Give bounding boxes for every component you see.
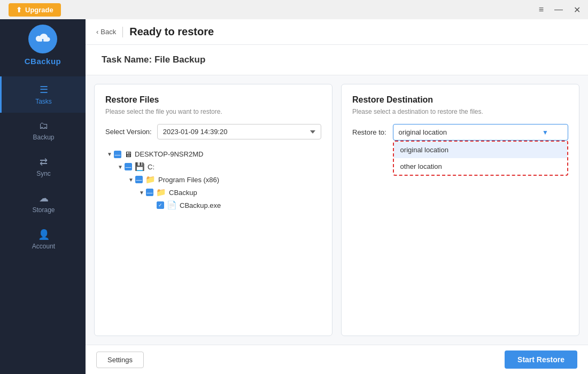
sidebar-item-backup[interactable]: 🗂 Backup: [0, 113, 86, 149]
app-container: CBackup ☰ Tasks 🗂 Backup ⇄ Sync ☁ Storag…: [0, 19, 588, 374]
upgrade-label: Upgrade: [25, 6, 53, 14]
close-button[interactable]: ✕: [570, 4, 584, 16]
restore-files-panel: Restore Files Please select the file you…: [94, 84, 332, 336]
main-content: ‹ Back Ready to restore Task Name: File …: [86, 19, 588, 374]
sidebar-nav: ☰ Tasks 🗂 Backup ⇄ Sync ☁ Storage 👤 Acco…: [0, 76, 86, 258]
logo-backup: Backup: [30, 57, 61, 66]
arrow-program-files: ▼: [127, 177, 135, 183]
back-button[interactable]: ‹ Back: [96, 28, 116, 36]
upgrade-button[interactable]: ⬆ Upgrade: [9, 3, 61, 17]
restore-destination-panel: Restore Destination Please select a dest…: [341, 84, 579, 336]
page-header: ‹ Back Ready to restore: [86, 19, 588, 45]
tree-item-c[interactable]: ▼ — 💾 C:: [105, 160, 321, 173]
restore-dropdown-wrapper: original location ▼ original location ot…: [393, 124, 568, 141]
tasks-icon: ☰: [40, 84, 48, 96]
version-row: Select Version: 2023-01-09 14:39:20: [105, 124, 321, 139]
panels-container: Restore Files Please select the file you…: [86, 75, 588, 345]
arrow-desktop: ▼: [105, 151, 114, 157]
sidebar-item-storage[interactable]: ☁ Storage: [0, 185, 86, 221]
arrow-c: ▼: [116, 164, 125, 170]
task-name-bar: Task Name: File Backup: [86, 45, 588, 75]
page-title: Ready to restore: [129, 26, 214, 38]
bottom-bar: Settings Start Restore: [86, 345, 588, 374]
restore-dropdown-button[interactable]: original location ▼: [393, 124, 568, 141]
header-divider: [122, 27, 123, 37]
sidebar-item-sync[interactable]: ⇄ Sync: [0, 149, 86, 185]
sync-icon: ⇄: [40, 156, 48, 168]
backup-label: Backup: [33, 134, 54, 141]
tree-item-program-files[interactable]: ▼ — 📁 Program Files (x86): [105, 173, 321, 186]
back-label: Back: [100, 28, 116, 36]
tasks-label: Tasks: [35, 98, 52, 105]
task-name-prefix: Task Name:: [102, 54, 154, 65]
account-label: Account: [32, 243, 55, 250]
logo-c: C: [25, 57, 30, 66]
sidebar-item-account[interactable]: 👤 Account: [0, 221, 86, 258]
restore-dropdown-menu: original location other location: [393, 141, 568, 176]
minimize-button[interactable]: —: [551, 4, 566, 16]
checkbox-program-files[interactable]: —: [135, 176, 143, 183]
backup-icon: 🗂: [39, 120, 49, 131]
file-tree: ▼ — 🖥 DESKTOP-9NSR2MD ▼ — 💾 C:: [105, 148, 321, 325]
dropdown-option-other[interactable]: other location: [394, 158, 567, 175]
restore-to-row: Restore to: original location ▼ original…: [352, 124, 568, 141]
icon-cbackup-folder: 📁: [156, 188, 166, 197]
title-bar: ⬆ Upgrade ≡ — ✕: [0, 0, 588, 19]
checkbox-cbackup-folder[interactable]: —: [146, 189, 153, 196]
task-name-value: File Backup: [154, 54, 205, 65]
sidebar-logo: CBackup: [25, 25, 61, 66]
settings-button[interactable]: Settings: [96, 352, 144, 368]
logo-icon: [28, 25, 57, 53]
selected-option-label: original location: [399, 128, 447, 136]
sidebar: CBackup ☰ Tasks 🗂 Backup ⇄ Sync ☁ Storag…: [0, 19, 86, 374]
label-c: C:: [148, 163, 154, 171]
tree-item-desktop[interactable]: ▼ — 🖥 DESKTOP-9NSR2MD: [105, 148, 321, 160]
restore-to-label: Restore to:: [352, 128, 386, 136]
dropdown-option-original[interactable]: original location: [394, 142, 567, 158]
arrow-cbackup-folder: ▼: [137, 190, 146, 196]
account-icon: 👤: [38, 229, 50, 240]
version-label: Select Version:: [105, 128, 152, 136]
cloud-logo-svg: [34, 32, 51, 46]
tree-item-cbackup-folder[interactable]: ▼ — 📁 CBackup: [105, 186, 321, 199]
label-desktop: DESKTOP-9NSR2MD: [135, 150, 203, 158]
restore-files-title: Restore Files: [105, 95, 321, 105]
restore-destination-title: Restore Destination: [352, 95, 568, 105]
sync-label: Sync: [36, 170, 51, 177]
checkbox-desktop[interactable]: —: [114, 151, 121, 158]
storage-label: Storage: [32, 206, 55, 214]
upgrade-icon: ⬆: [16, 6, 22, 14]
version-select[interactable]: 2023-01-09 14:39:20: [157, 124, 321, 139]
tree-item-cbackup-exe[interactable]: ▼ ✓ 📄 CBackup.exe: [105, 199, 321, 212]
storage-icon: ☁: [39, 192, 49, 204]
checkbox-exe[interactable]: ✓: [157, 201, 164, 209]
restore-destination-subtitle: Please select a destination to restore t…: [352, 108, 568, 115]
dropdown-chevron-icon: ▼: [542, 129, 548, 136]
icon-c: 💾: [135, 162, 145, 172]
checkbox-c[interactable]: —: [125, 163, 132, 170]
menu-button[interactable]: ≡: [536, 4, 547, 16]
restore-files-subtitle: Please select the file you want to resto…: [105, 108, 321, 115]
logo-text: CBackup: [25, 57, 61, 66]
icon-desktop: 🖥: [124, 150, 132, 159]
window-controls: ≡ — ✕: [536, 4, 584, 16]
icon-program-files: 📁: [145, 175, 156, 184]
back-arrow-icon: ‹: [96, 28, 98, 36]
label-cbackup-folder: CBackup: [169, 189, 197, 197]
sidebar-item-tasks[interactable]: ☰ Tasks: [0, 76, 86, 113]
label-program-files: Program Files (x86): [158, 176, 219, 184]
label-exe: CBackup.exe: [180, 201, 221, 209]
start-restore-button[interactable]: Start Restore: [505, 350, 577, 369]
icon-exe: 📄: [167, 200, 177, 210]
